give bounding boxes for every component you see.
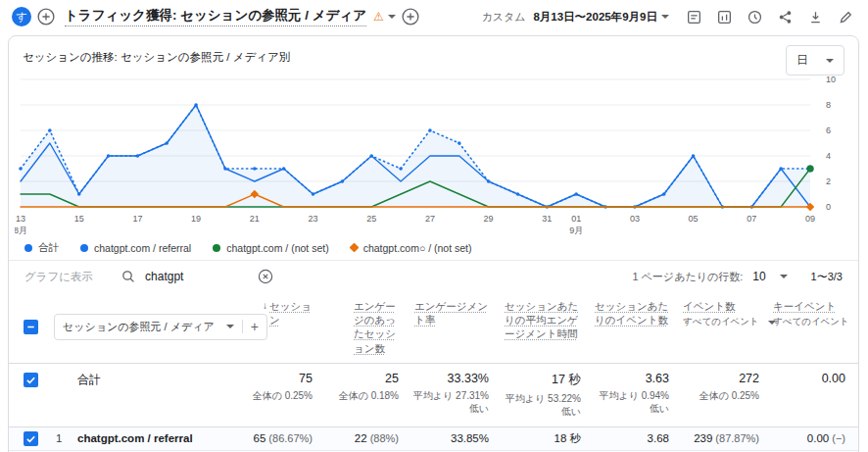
metric-value: 75	[232, 372, 313, 385]
metric-subtext: 平均より 0.94% 低い	[595, 389, 669, 415]
key-event-scope-select[interactable]: すべてのイベント	[773, 316, 859, 328]
share-icon[interactable]	[774, 6, 796, 27]
svg-text:15: 15	[74, 214, 84, 224]
select-all-checkbox[interactable]	[24, 320, 38, 334]
dimension-value[interactable]: chatgpt.com / referral	[77, 432, 193, 444]
topbar: す トラフィック獲得: セッションの参照元 / メディア ⚠ カスタム 8月13…	[0, 0, 868, 33]
totals-row: 合計 75全体の 0.25% 25全体の 0.18% 33.33%平均より 27…	[9, 363, 859, 427]
table-header-row: セッションの参照元 / メディア + ↓セッション エンゲージのあったセッション…	[9, 292, 859, 363]
date-preset-label: カスタム	[481, 10, 525, 25]
metric-value: 25	[326, 372, 399, 385]
svg-text:8月: 8月	[15, 226, 27, 235]
rows-per-page-select[interactable]: 10	[752, 270, 787, 283]
table-search	[121, 269, 273, 284]
edit-icon[interactable]	[835, 6, 856, 27]
column-header-events-per-session[interactable]: セッションあたりのイベント数	[595, 292, 683, 363]
rows-per-page-value: 10	[752, 270, 765, 283]
comparison-avatar[interactable]: す	[12, 7, 31, 26]
comparison-icon[interactable]	[713, 6, 735, 27]
pagination-label: 1〜3/3	[811, 270, 843, 284]
legend-label: 合計	[38, 241, 59, 255]
row-checkbox[interactable]	[24, 373, 38, 387]
report-table: セッションの参照元 / メディア + ↓セッション エンゲージのあったセッション…	[9, 292, 859, 452]
chevron-down-icon	[226, 325, 234, 328]
rows-per-page-label: 1 ページあたりの行数:	[632, 270, 743, 284]
column-header-key-events[interactable]: キーイベント すべてのイベント	[773, 292, 859, 363]
download-icon[interactable]	[804, 6, 826, 27]
add-comparison-icon[interactable]	[35, 6, 57, 27]
chevron-down-icon[interactable]	[388, 15, 396, 19]
search-input[interactable]	[145, 270, 247, 283]
chart-legend: 合計 chatgpt.com / referral chatgpt.com / …	[9, 238, 858, 256]
metric-value: 33.85%	[451, 432, 489, 444]
column-header-engaged-sessions[interactable]: エンゲージのあったセッション数	[326, 292, 412, 363]
svg-text:01: 01	[571, 214, 581, 224]
report-card: セッションの推移: セッションの参照元 / メディア別 日 0246810138…	[8, 35, 859, 452]
metric-value: 272	[683, 372, 759, 385]
svg-text:07: 07	[747, 214, 756, 224]
add-dimension-icon[interactable]: +	[251, 320, 259, 333]
svg-text:17: 17	[132, 214, 142, 224]
svg-text:4: 4	[826, 151, 831, 161]
row-checkbox[interactable]	[24, 431, 38, 446]
table-row[interactable]: 1 chatgpt.com / referral 65(86.67%) 22(8…	[9, 427, 859, 450]
table-toolbar: グラフに表示 1 ページあたりの行数: 10 1〜3/3	[9, 261, 858, 292]
legend-item-total[interactable]: 合計	[24, 241, 59, 255]
svg-text:19: 19	[191, 214, 201, 224]
granularity-value: 日	[796, 52, 808, 69]
date-range-selector[interactable]: 8月13日〜2025年9月9日	[533, 10, 657, 25]
metric-value: 17 秒	[503, 372, 581, 388]
legend-item-other[interactable]: chatgpt.com○ / (not set)	[351, 242, 472, 254]
svg-text:03: 03	[630, 214, 640, 224]
legend-label: chatgpt.com / (not set)	[226, 242, 328, 254]
metric-share: (−)	[832, 432, 845, 444]
metric-share: (86.67%)	[268, 432, 313, 444]
column-header-engagement-rate[interactable]: エンゲージメント率	[412, 292, 503, 363]
svg-text:9月: 9月	[569, 226, 583, 235]
svg-text:21: 21	[250, 214, 260, 224]
metric-subtext: 平均より 53.22% 低い	[503, 392, 581, 418]
note-icon[interactable]	[683, 6, 704, 27]
show-in-graph-button[interactable]: グラフに表示	[24, 270, 93, 284]
metric-share: (88%)	[370, 432, 399, 444]
metric-value: 3.63	[595, 372, 669, 385]
data-quality-warning-icon[interactable]: ⚠	[373, 10, 384, 24]
clear-search-icon[interactable]	[258, 269, 273, 284]
svg-text:05: 05	[689, 214, 699, 224]
svg-text:31: 31	[542, 214, 552, 224]
metric-value: 0.00	[773, 372, 845, 385]
add-metric-icon[interactable]	[400, 6, 421, 27]
chart-title: セッションの推移: セッションの参照元 / メディア別	[23, 45, 290, 65]
metric-value: 22	[355, 432, 367, 444]
metric-share: (87.87%)	[715, 432, 759, 444]
event-scope-select[interactable]: すべてのイベント	[683, 316, 776, 328]
svg-text:0: 0	[826, 202, 831, 212]
metric-value: 18 秒	[555, 432, 582, 444]
legend-item-referral[interactable]: chatgpt.com / referral	[80, 242, 191, 254]
dimension-select[interactable]: セッションの参照元 / メディア +	[54, 314, 267, 340]
report-actions	[683, 6, 856, 27]
column-header-event-count[interactable]: イベント数 すべてのイベント	[683, 292, 773, 363]
svg-text:23: 23	[309, 214, 318, 224]
report-title[interactable]: トラフィック獲得: セッションの参照元 / メディア	[65, 7, 366, 26]
column-header-avg-engagement-time[interactable]: セッションあたりの平均エンゲージメント時間	[503, 292, 595, 363]
legend-marker	[24, 244, 32, 252]
metric-value: 65	[254, 432, 266, 444]
totals-label: 合計	[77, 363, 232, 427]
granularity-select[interactable]: 日	[786, 45, 844, 75]
svg-text:8: 8	[826, 100, 831, 110]
sort-descending-icon[interactable]: ↓	[263, 300, 267, 311]
svg-text:2: 2	[826, 176, 831, 186]
row-number: 1	[52, 427, 77, 450]
insights-icon[interactable]	[744, 6, 765, 27]
legend-marker	[80, 244, 88, 252]
svg-text:13: 13	[16, 214, 25, 224]
svg-text:25: 25	[366, 214, 376, 224]
metric-subtext: 平均より 27.31% 低い	[412, 389, 489, 415]
chevron-down-icon[interactable]	[661, 15, 669, 19]
legend-label: chatgpt.com / referral	[94, 242, 191, 254]
svg-text:29: 29	[484, 214, 494, 224]
legend-label: chatgpt.com○ / (not set)	[363, 242, 472, 254]
legend-item-notset[interactable]: chatgpt.com / (not set)	[213, 242, 328, 254]
chevron-down-icon	[858, 321, 859, 325]
